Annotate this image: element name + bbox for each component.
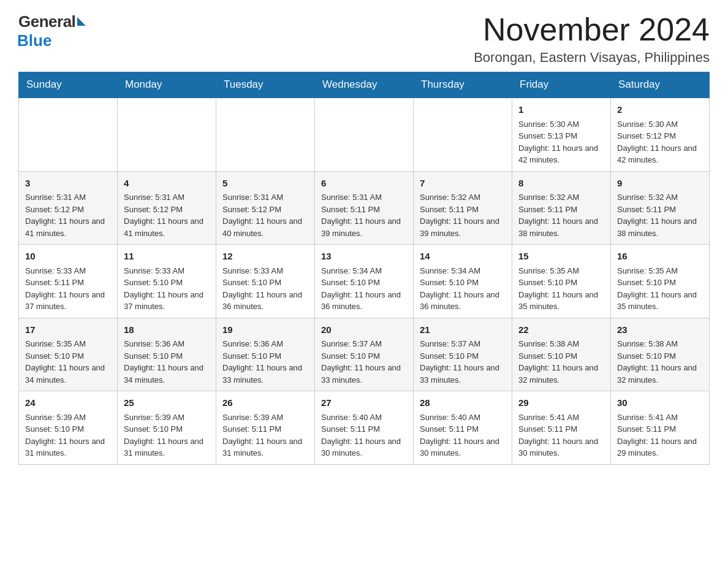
day-number: 25 [124,396,210,410]
header-wednesday: Wednesday [315,72,414,98]
table-row: 4Sunrise: 5:31 AMSunset: 5:12 PMDaylight… [118,171,216,245]
day-number: 3 [25,177,111,191]
table-row: 16Sunrise: 5:35 AMSunset: 5:10 PMDayligh… [611,245,710,318]
logo-blue-text: Blue [17,31,51,50]
table-row: 13Sunrise: 5:34 AMSunset: 5:10 PMDayligh… [315,245,414,318]
table-row: 22Sunrise: 5:38 AMSunset: 5:10 PMDayligh… [512,318,611,391]
calendar-week-5: 24Sunrise: 5:39 AMSunset: 5:10 PMDayligh… [19,391,710,465]
header-saturday: Saturday [611,72,710,98]
table-row: 10Sunrise: 5:33 AMSunset: 5:11 PMDayligh… [19,245,118,318]
day-sun-info: Sunrise: 5:32 AMSunset: 5:11 PMDaylight:… [518,191,604,239]
calendar-table: Sunday Monday Tuesday Wednesday Thursday… [18,72,710,465]
logo: General Blue [18,12,86,50]
day-number: 29 [518,396,604,410]
day-number: 12 [222,250,308,264]
day-number: 9 [617,177,703,191]
table-row: 6Sunrise: 5:31 AMSunset: 5:11 PMDaylight… [315,171,414,245]
table-row: 2Sunrise: 5:30 AMSunset: 5:12 PMDaylight… [611,98,710,171]
day-sun-info: Sunrise: 5:31 AMSunset: 5:12 PMDaylight:… [25,191,111,239]
day-number: 5 [222,177,308,191]
table-row: 19Sunrise: 5:36 AMSunset: 5:10 PMDayligh… [216,318,315,391]
day-number: 22 [518,323,604,337]
day-number: 20 [321,323,407,337]
table-row: 17Sunrise: 5:35 AMSunset: 5:10 PMDayligh… [19,318,118,391]
title-section: November 2024 Borongan, Eastern Visayas,… [474,12,710,66]
table-row: 3Sunrise: 5:31 AMSunset: 5:12 PMDaylight… [19,171,118,245]
day-number: 2 [617,103,703,117]
day-number: 19 [222,323,308,337]
table-row: 24Sunrise: 5:39 AMSunset: 5:10 PMDayligh… [19,391,118,465]
day-number: 15 [518,250,604,264]
table-row [19,98,118,171]
table-row: 23Sunrise: 5:38 AMSunset: 5:10 PMDayligh… [611,318,710,391]
table-row: 28Sunrise: 5:40 AMSunset: 5:11 PMDayligh… [414,391,512,465]
day-sun-info: Sunrise: 5:33 AMSunset: 5:10 PMDaylight:… [124,265,210,313]
day-number: 28 [420,396,506,410]
table-row: 21Sunrise: 5:37 AMSunset: 5:10 PMDayligh… [414,318,512,391]
logo-general-text: General [18,12,75,31]
day-sun-info: Sunrise: 5:31 AMSunset: 5:11 PMDaylight:… [321,191,407,239]
day-number: 11 [124,250,210,264]
table-row [315,98,414,171]
table-row: 7Sunrise: 5:32 AMSunset: 5:11 PMDaylight… [414,171,512,245]
header-sunday: Sunday [19,72,118,98]
table-row [216,98,315,171]
day-sun-info: Sunrise: 5:40 AMSunset: 5:11 PMDaylight:… [321,412,407,459]
calendar-week-4: 17Sunrise: 5:35 AMSunset: 5:10 PMDayligh… [19,318,710,391]
table-row: 11Sunrise: 5:33 AMSunset: 5:10 PMDayligh… [118,245,216,318]
day-sun-info: Sunrise: 5:41 AMSunset: 5:11 PMDaylight:… [617,412,703,459]
table-row: 5Sunrise: 5:31 AMSunset: 5:12 PMDaylight… [216,171,315,245]
day-number: 27 [321,396,407,410]
day-sun-info: Sunrise: 5:35 AMSunset: 5:10 PMDaylight:… [25,338,111,386]
day-number: 10 [25,250,111,264]
day-sun-info: Sunrise: 5:32 AMSunset: 5:11 PMDaylight:… [617,191,703,239]
day-number: 24 [25,396,111,410]
table-row: 20Sunrise: 5:37 AMSunset: 5:10 PMDayligh… [315,318,414,391]
day-number: 21 [420,323,506,337]
day-sun-info: Sunrise: 5:34 AMSunset: 5:10 PMDaylight:… [321,265,407,313]
location-subtitle: Borongan, Eastern Visayas, Philippines [474,50,710,66]
table-row: 26Sunrise: 5:39 AMSunset: 5:11 PMDayligh… [216,391,315,465]
day-number: 7 [420,177,506,191]
day-sun-info: Sunrise: 5:32 AMSunset: 5:11 PMDaylight:… [420,191,506,239]
table-row: 1Sunrise: 5:30 AMSunset: 5:13 PMDaylight… [512,98,611,171]
day-sun-info: Sunrise: 5:39 AMSunset: 5:10 PMDaylight:… [124,412,210,459]
header-monday: Monday [118,72,216,98]
day-number: 4 [124,177,210,191]
table-row: 14Sunrise: 5:34 AMSunset: 5:10 PMDayligh… [414,245,512,318]
header-thursday: Thursday [414,72,512,98]
day-number: 6 [321,177,407,191]
day-sun-info: Sunrise: 5:36 AMSunset: 5:10 PMDaylight:… [222,338,308,386]
day-number: 30 [617,396,703,410]
day-number: 26 [222,396,308,410]
day-number: 16 [617,250,703,264]
table-row: 18Sunrise: 5:36 AMSunset: 5:10 PMDayligh… [118,318,216,391]
calendar-header-row: Sunday Monday Tuesday Wednesday Thursday… [19,72,710,98]
day-sun-info: Sunrise: 5:34 AMSunset: 5:10 PMDaylight:… [420,265,506,313]
table-row [118,98,216,171]
month-title: November 2024 [474,12,710,47]
day-number: 23 [617,323,703,337]
day-sun-info: Sunrise: 5:38 AMSunset: 5:10 PMDaylight:… [617,338,703,386]
header-friday: Friday [512,72,611,98]
day-number: 14 [420,250,506,264]
calendar-week-1: 1Sunrise: 5:30 AMSunset: 5:13 PMDaylight… [19,98,710,171]
day-sun-info: Sunrise: 5:39 AMSunset: 5:11 PMDaylight:… [222,412,308,459]
day-sun-info: Sunrise: 5:31 AMSunset: 5:12 PMDaylight:… [124,191,210,239]
day-number: 8 [518,177,604,191]
header-tuesday: Tuesday [216,72,315,98]
day-sun-info: Sunrise: 5:33 AMSunset: 5:11 PMDaylight:… [25,265,111,313]
table-row: 30Sunrise: 5:41 AMSunset: 5:11 PMDayligh… [611,391,710,465]
table-row: 29Sunrise: 5:41 AMSunset: 5:11 PMDayligh… [512,391,611,465]
day-number: 17 [25,323,111,337]
day-sun-info: Sunrise: 5:41 AMSunset: 5:11 PMDaylight:… [518,412,604,459]
calendar-week-2: 3Sunrise: 5:31 AMSunset: 5:12 PMDaylight… [19,171,710,245]
day-number: 18 [124,323,210,337]
table-row: 27Sunrise: 5:40 AMSunset: 5:11 PMDayligh… [315,391,414,465]
day-sun-info: Sunrise: 5:30 AMSunset: 5:13 PMDaylight:… [518,118,604,166]
page-header: General Blue November 2024 Borongan, Eas… [18,12,710,66]
day-number: 1 [518,103,604,117]
day-sun-info: Sunrise: 5:30 AMSunset: 5:12 PMDaylight:… [617,118,703,166]
table-row [414,98,512,171]
table-row: 8Sunrise: 5:32 AMSunset: 5:11 PMDaylight… [512,171,611,245]
